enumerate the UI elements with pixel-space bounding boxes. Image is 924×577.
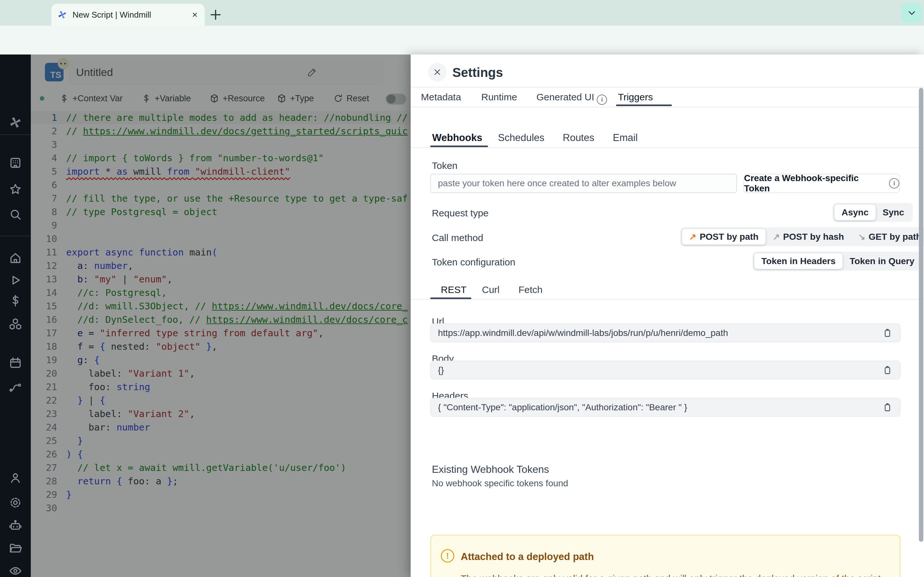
body-value: {} [438,365,877,376]
headers-value: { "Content-Type": "application/json", "A… [438,402,877,413]
alert-circle-icon: ! [441,549,454,562]
info-icon: i [889,178,899,189]
create-webhook-token-button[interactable]: Create a Webhook-specific Token i [743,174,900,193]
tab-schedules[interactable]: Schedules [498,132,544,143]
sidebar-item-workers[interactable] [8,518,23,532]
token-input[interactable]: paste your token here once created to al… [430,174,737,193]
existing-tokens-empty: No webhook specific tokens found [432,478,568,488]
url-field: https://app.windmill.dev/api/w/windmill-… [430,324,901,342]
existing-tokens-title: Existing Webhook Tokens [432,464,549,475]
info-icon: i [597,95,607,105]
request-type-async[interactable]: Async [835,205,876,220]
tab-triggers[interactable]: Triggers [618,92,653,103]
settings-drawer: Settings Metadata Runtime Generated UI i… [411,55,924,577]
token-placeholder: paste your token here once created to al… [438,178,676,189]
tab-close-icon[interactable]: × [191,9,199,20]
body-field: {} [430,361,901,380]
sidebar-item-users[interactable] [8,471,23,485]
windmill-favicon [57,10,67,20]
tab-webhooks[interactable]: Webhooks [432,132,482,143]
url-value: https://app.windmill.dev/api/w/windmill-… [438,328,877,338]
app-window: New Script | Windmill × app.windmill.dev… [0,0,924,577]
sidebar-item-routes[interactable] [8,380,23,394]
drawer-backdrop[interactable] [31,55,411,577]
sidebar-item-variables[interactable] [8,293,23,308]
request-type-sync[interactable]: Sync [876,205,911,220]
tab-title: New Script | Windmill [73,10,191,20]
arrow-up-right-icon: ↗ [772,232,780,242]
sidebar-item-runs[interactable] [8,273,23,287]
warning-body: The webhooks are only valid for a given … [461,572,887,577]
tab-curl[interactable]: Curl [482,284,499,295]
sidebar-item-favorites[interactable] [8,182,23,196]
copy-icon[interactable] [882,327,893,338]
tab-email[interactable]: Email [613,132,638,143]
arrow-up-right-icon: ↗ [689,232,696,242]
token-in-query[interactable]: Token in Query [843,253,921,269]
token-config-label: Token configuration [432,257,515,268]
sidebar-item-home[interactable] [8,251,23,265]
new-tab-button[interactable] [208,7,223,23]
active-tab-underline [616,105,672,106]
arrow-down-right-icon: ↘ [858,232,866,242]
sidebar-item-audit-logs[interactable] [8,564,23,577]
copy-icon[interactable] [882,402,893,413]
call-method-post-by-path[interactable]: ↗ POST by path [682,229,766,245]
drawer-title: Settings [452,65,503,80]
active-webhook-underline [430,145,488,147]
sidebar-divider [0,134,31,135]
sidebar-item-settings[interactable] [8,496,23,510]
browser-tab[interactable]: New Script | Windmill × [51,4,205,26]
browser-chrome: New Script | Windmill × app.windmill.dev… [0,0,924,55]
headers-field: { "Content-Type": "application/json", "A… [430,398,901,417]
sidebar-item-resources[interactable] [8,318,23,332]
tab-routes[interactable]: Routes [563,132,594,143]
drawer-scrollbar[interactable] [919,88,923,542]
deployed-path-warning: ! Attached to a deployed path The webhoo… [430,535,901,577]
close-icon [433,67,442,77]
sidebar-item-folders[interactable] [8,541,23,555]
browser-toolbar: app.windmill.dev/scripts/add#JTdCJTIyaGF… [0,26,924,55]
copy-icon[interactable] [882,365,893,376]
sidebar-divider [0,235,31,236]
browser-chevron-button[interactable] [901,3,922,23]
sidebar-item-workspace[interactable] [8,156,23,170]
tab-generated-ui[interactable]: Generated UI i [536,92,607,105]
tab-metadata[interactable]: Metadata [421,92,461,103]
call-method-get-by-path[interactable]: ↘ GET by path [851,229,924,245]
warning-title: Attached to a deployed path [461,551,594,562]
request-type-label: Request type [432,208,489,219]
token-in-headers[interactable]: Token in Headers [754,253,843,269]
call-method-segmented: ↗ POST by path ↗ POST by hash ↘ GET by p… [680,227,924,246]
close-button[interactable] [428,63,447,81]
sidebar-item-search[interactable] [8,207,23,221]
app-sidebar [0,55,31,577]
tab-fetch[interactable]: Fetch [519,284,543,295]
tab-rest[interactable]: REST [441,284,467,295]
windmill-logo-icon[interactable] [8,115,23,129]
token-label: Token [432,160,457,171]
tab-runtime[interactable]: Runtime [481,92,517,103]
chevron-down-icon [906,7,917,18]
token-config-segmented: Token in Headers Token in Query [753,251,923,271]
request-type-segmented: Async Sync [833,203,913,222]
sidebar-item-schedules[interactable] [8,356,23,370]
call-method-label: Call method [432,232,483,243]
call-method-post-by-hash[interactable]: ↗ POST by hash [766,229,851,245]
